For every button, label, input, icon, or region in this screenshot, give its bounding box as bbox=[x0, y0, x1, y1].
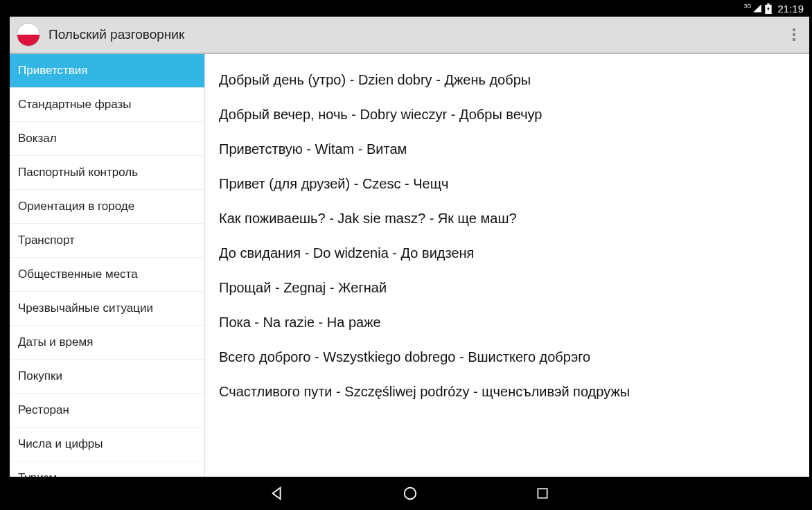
sidebar-item[interactable]: Вокзал bbox=[10, 122, 204, 156]
sidebar-item[interactable]: Ресторан bbox=[10, 394, 204, 428]
sidebar-item-label: Общественные места bbox=[18, 267, 138, 281]
sidebar-item[interactable]: Чрезвычайные ситуации bbox=[10, 292, 204, 326]
sidebar-item-label: Даты и время bbox=[18, 335, 93, 349]
sidebar-item[interactable]: Туризм bbox=[10, 461, 204, 477]
svg-point-2 bbox=[405, 488, 416, 500]
sidebar-item[interactable]: Ориентация в городе bbox=[10, 190, 204, 224]
sidebar-item[interactable]: Даты и время bbox=[10, 326, 204, 360]
phrase-item[interactable]: Счастливого пути - Szczęśliwej podrózy -… bbox=[219, 374, 795, 409]
overflow-menu-icon[interactable] bbox=[786, 21, 802, 49]
sidebar[interactable]: ПриветствияСтандартные фразыВокзалПаспор… bbox=[10, 54, 205, 477]
phrase-item[interactable]: До свидания - Do widzenia - До видзеня bbox=[219, 236, 795, 270]
signal-icon bbox=[752, 3, 762, 13]
clock: 21:19 bbox=[777, 3, 804, 15]
sidebar-item[interactable]: Числа и цифры bbox=[10, 428, 204, 461]
device-frame: 3G 21:19 Польский разговорник Приветстви… bbox=[0, 0, 812, 510]
phrase-item[interactable]: Пока - Na razie - На раже bbox=[219, 305, 795, 340]
phrase-list[interactable]: Добрый день (утро) - Dzien dobry - Джень… bbox=[205, 54, 809, 477]
navigation-bar bbox=[10, 477, 809, 510]
app-title: Польский разговорник bbox=[48, 27, 786, 42]
poland-flag-icon bbox=[17, 23, 40, 46]
sidebar-item[interactable]: Паспортный контроль bbox=[10, 156, 204, 190]
sidebar-item-label: Транспорт bbox=[18, 234, 75, 247]
body-area: ПриветствияСтандартные фразыВокзалПаспор… bbox=[10, 54, 809, 477]
sidebar-item-label: Туризм bbox=[18, 471, 57, 477]
sidebar-item-label: Вокзал bbox=[18, 132, 57, 145]
bezel-right bbox=[809, 0, 812, 510]
sidebar-item[interactable]: Общественные места bbox=[10, 258, 204, 292]
phrase-item[interactable]: Прощай - Zegnaj - Жегнай bbox=[219, 270, 795, 305]
sidebar-item[interactable]: Стандартные фразы bbox=[10, 88, 204, 122]
sidebar-item-label: Паспортный контроль bbox=[18, 166, 138, 179]
sidebar-item-label: Стандартные фразы bbox=[18, 98, 131, 111]
app-content: Польский разговорник ПриветствияСтандарт… bbox=[10, 17, 809, 477]
sidebar-item[interactable]: Транспорт bbox=[10, 224, 204, 258]
network-label: 3G bbox=[744, 3, 752, 9]
back-button[interactable] bbox=[256, 480, 299, 507]
bezel-left bbox=[0, 0, 10, 510]
sidebar-item-label: Ориентация в городе bbox=[18, 200, 134, 213]
sidebar-item[interactable]: Покупки bbox=[10, 360, 204, 394]
sidebar-item[interactable]: Приветствия bbox=[10, 54, 204, 88]
sidebar-item-label: Ресторан bbox=[18, 403, 69, 416]
sidebar-item-label: Числа и цифры bbox=[18, 437, 103, 450]
phrase-item[interactable]: Добрый вечер, ночь - Dobry wieczyr - Доб… bbox=[219, 97, 795, 132]
home-button[interactable] bbox=[389, 480, 432, 507]
sidebar-item-label: Чрезвычайные ситуации bbox=[18, 301, 153, 315]
svg-rect-3 bbox=[538, 489, 547, 498]
sidebar-item-label: Приветствия bbox=[18, 64, 88, 77]
phrase-item[interactable]: Всего доброго - Wszystkiego dobrego - Вш… bbox=[219, 340, 795, 374]
sidebar-item-label: Покупки bbox=[18, 369, 62, 382]
recent-apps-button[interactable] bbox=[522, 481, 563, 506]
phrase-item[interactable]: Добрый день (утро) - Dzien dobry - Джень… bbox=[219, 62, 795, 97]
svg-rect-1 bbox=[768, 3, 770, 5]
phrase-item[interactable]: Привет (для друзей) - Czesc - Чещч bbox=[219, 166, 795, 201]
status-bar: 3G 21:19 bbox=[10, 0, 809, 17]
action-bar: Польский разговорник bbox=[10, 17, 809, 54]
phrase-item[interactable]: Как поживаешь? - Jak sie masz? - Як ще м… bbox=[219, 201, 795, 236]
battery-icon bbox=[765, 3, 772, 14]
phrase-item[interactable]: Приветствую - Witam - Витам bbox=[219, 132, 795, 166]
